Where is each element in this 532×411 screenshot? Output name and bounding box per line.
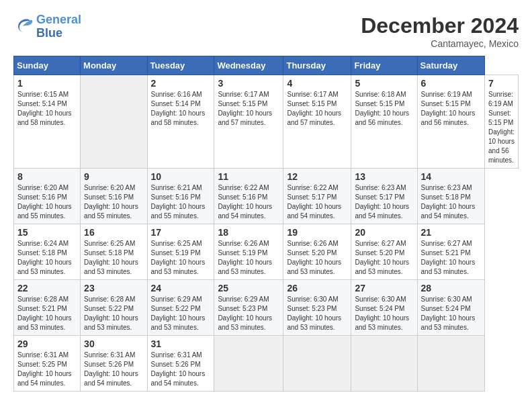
col-header-thursday: Thursday (283, 56, 351, 75)
week-row: 29Sunrise: 6:31 AMSunset: 5:25 PMDayligh… (14, 336, 519, 392)
calendar-day-19: 19Sunrise: 6:26 AMSunset: 5:20 PMDayligh… (283, 224, 351, 280)
calendar-day-6: 6Sunrise: 6:19 AMSunset: 5:15 PMDaylight… (417, 75, 484, 169)
calendar-day-29: 29Sunrise: 6:31 AMSunset: 5:25 PMDayligh… (14, 336, 81, 392)
calendar-table: SundayMondayTuesdayWednesdayThursdayFrid… (13, 56, 519, 392)
calendar-day-16: 16Sunrise: 6:25 AMSunset: 5:18 PMDayligh… (81, 224, 147, 280)
calendar-day-8: 8Sunrise: 6:20 AMSunset: 5:16 PMDaylight… (14, 169, 81, 224)
week-row: 8Sunrise: 6:20 AMSunset: 5:16 PMDaylight… (14, 169, 519, 224)
col-header-friday: Friday (351, 56, 417, 75)
col-header-wednesday: Wednesday (214, 56, 283, 75)
calendar-day-20: 20Sunrise: 6:27 AMSunset: 5:20 PMDayligh… (351, 224, 417, 280)
calendar-day-26: 26Sunrise: 6:30 AMSunset: 5:23 PMDayligh… (283, 280, 351, 336)
calendar-day-4: 4Sunrise: 6:17 AMSunset: 5:15 PMDaylight… (283, 75, 351, 169)
logo: General Blue (13, 13, 81, 40)
calendar-day-31: 31Sunrise: 6:31 AMSunset: 5:26 PMDayligh… (147, 336, 214, 392)
page-header: General Blue December 2024 Cantamayec, M… (13, 13, 519, 49)
calendar-day-1: 1Sunrise: 6:15 AMSunset: 5:14 PMDaylight… (14, 75, 81, 169)
calendar-day-30: 30Sunrise: 6:31 AMSunset: 5:26 PMDayligh… (81, 336, 147, 392)
calendar-day-7: 7Sunrise: 6:19 AMSunset: 5:15 PMDaylight… (485, 75, 519, 169)
col-header-monday: Monday (81, 56, 147, 75)
title-block: December 2024 Cantamayec, Mexico (361, 13, 519, 49)
calendar-day-12: 12Sunrise: 6:22 AMSunset: 5:17 PMDayligh… (283, 169, 351, 224)
calendar-day-24: 24Sunrise: 6:29 AMSunset: 5:22 PMDayligh… (147, 280, 214, 336)
calendar-day-27: 27Sunrise: 6:30 AMSunset: 5:24 PMDayligh… (351, 280, 417, 336)
week-row: 22Sunrise: 6:28 AMSunset: 5:21 PMDayligh… (14, 280, 519, 336)
calendar-day-empty (214, 336, 283, 392)
col-header-sunday: Sunday (14, 56, 81, 75)
calendar-day-17: 17Sunrise: 6:25 AMSunset: 5:19 PMDayligh… (147, 224, 214, 280)
calendar-day-3: 3Sunrise: 6:17 AMSunset: 5:15 PMDaylight… (214, 75, 283, 169)
calendar-day-empty (81, 75, 147, 169)
calendar-day-28: 28Sunrise: 6:30 AMSunset: 5:24 PMDayligh… (417, 280, 484, 336)
calendar-day-18: 18Sunrise: 6:26 AMSunset: 5:19 PMDayligh… (214, 224, 283, 280)
calendar-day-9: 9Sunrise: 6:20 AMSunset: 5:16 PMDaylight… (81, 169, 147, 224)
calendar-day-empty (417, 336, 484, 392)
col-header-saturday: Saturday (417, 56, 484, 75)
header-row: SundayMondayTuesdayWednesdayThursdayFrid… (14, 56, 519, 75)
calendar-day-25: 25Sunrise: 6:29 AMSunset: 5:23 PMDayligh… (214, 280, 283, 336)
calendar-day-13: 13Sunrise: 6:23 AMSunset: 5:17 PMDayligh… (351, 169, 417, 224)
calendar-day-2: 2Sunrise: 6:16 AMSunset: 5:14 PMDaylight… (147, 75, 214, 169)
calendar-day-empty (283, 336, 351, 392)
calendar-day-5: 5Sunrise: 6:18 AMSunset: 5:15 PMDaylight… (351, 75, 417, 169)
calendar-day-15: 15Sunrise: 6:24 AMSunset: 5:18 PMDayligh… (14, 224, 81, 280)
calendar-day-14: 14Sunrise: 6:23 AMSunset: 5:18 PMDayligh… (417, 169, 484, 224)
week-row: 1Sunrise: 6:15 AMSunset: 5:14 PMDaylight… (14, 75, 519, 169)
location: Cantamayec, Mexico (361, 38, 519, 49)
calendar-day-11: 11Sunrise: 6:22 AMSunset: 5:16 PMDayligh… (214, 169, 283, 224)
calendar-day-10: 10Sunrise: 6:21 AMSunset: 5:16 PMDayligh… (147, 169, 214, 224)
month-title: December 2024 (361, 13, 519, 38)
calendar-day-23: 23Sunrise: 6:28 AMSunset: 5:22 PMDayligh… (81, 280, 147, 336)
calendar-day-22: 22Sunrise: 6:28 AMSunset: 5:21 PMDayligh… (14, 280, 81, 336)
logo-bird-icon (13, 17, 34, 36)
logo-text: General Blue (36, 13, 81, 40)
week-row: 15Sunrise: 6:24 AMSunset: 5:18 PMDayligh… (14, 224, 519, 280)
col-header-tuesday: Tuesday (147, 56, 214, 75)
calendar-day-21: 21Sunrise: 6:27 AMSunset: 5:21 PMDayligh… (417, 224, 484, 280)
calendar-day-empty (351, 336, 417, 392)
